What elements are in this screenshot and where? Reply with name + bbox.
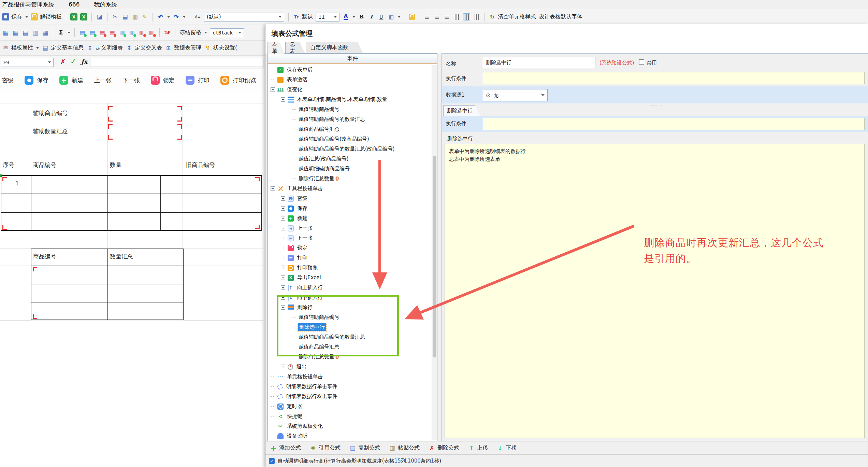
tree-item-3[interactable]: −本表单.明细.商品编号,本表单.明细.数量 <box>268 95 432 104</box>
color-select[interactable]: clBlack <box>210 28 244 37</box>
tree-item-32[interactable]: 明细表数据行单击事件 <box>268 382 432 392</box>
tree-item-8[interactable]: 赋值辅助商品编号的数量汇总(改商品编号) <box>268 144 432 154</box>
tree-item-2[interactable]: −值变化 <box>268 85 432 95</box>
tree-item-20[interactable]: +打印预览 <box>268 263 432 273</box>
clear-cell-style-button[interactable]: 清空单元格样式 <box>489 13 536 20</box>
next-record-button[interactable]: 下一张 <box>122 76 140 84</box>
tab-自定义脚本函数[interactable]: 自定义脚本函数 <box>306 42 363 53</box>
security-level-button[interactable]: 密级 <box>2 76 14 84</box>
spreadsheet[interactable]: 辅助商品编号 辅助数量汇总 序号 商品编号 数量 旧商品编号 1 商品编号 数量… <box>0 91 266 467</box>
function-icon[interactable]: ƒx <box>81 58 87 65</box>
splitter-dots[interactable]: ······· <box>647 102 663 108</box>
undo-button[interactable] <box>157 13 170 20</box>
font-size-select[interactable]: 11 <box>316 13 339 22</box>
export-excel-button[interactable] <box>80 13 87 20</box>
paste-button[interactable] <box>131 13 139 20</box>
format-painter-button[interactable] <box>141 13 148 20</box>
disable-checkbox[interactable] <box>639 59 644 65</box>
move-down-button[interactable]: 下移 <box>497 444 517 452</box>
expand-icon[interactable]: + <box>281 275 285 280</box>
print-button[interactable]: 打印 <box>186 76 209 85</box>
move-up-button[interactable]: 上移 <box>468 444 488 452</box>
condition2-input[interactable] <box>483 118 865 130</box>
fill-color-button[interactable] <box>388 13 401 20</box>
tree-item-14[interactable]: +保存 <box>268 203 432 213</box>
delete-row-button[interactable] <box>138 29 145 36</box>
tree-item-5[interactable]: 赋值辅助商品编号的数量汇总 <box>268 114 432 124</box>
expand-icon[interactable]: + <box>281 246 285 250</box>
tree-item-11[interactable]: 删除行汇总数量0 <box>268 174 432 184</box>
align-left-button[interactable] <box>423 13 431 20</box>
merge-cell-button[interactable] <box>79 29 86 36</box>
number-format-button[interactable] <box>164 29 171 36</box>
collapse-icon[interactable]: − <box>271 186 275 191</box>
lock-cell-button[interactable] <box>409 14 415 20</box>
tree-item-4[interactable]: 赋值辅助商品编号 <box>268 104 432 114</box>
cut-button[interactable] <box>112 13 119 20</box>
tree-item-21[interactable]: +导出Excel <box>268 273 432 283</box>
cell-reference-combo[interactable]: F9 <box>1 58 54 67</box>
datasource-select[interactable]: ⊘ 无 <box>483 89 548 101</box>
insert-row-button[interactable] <box>118 29 126 36</box>
expand-icon[interactable]: + <box>281 365 285 369</box>
tree-item-30[interactable]: +退出 <box>268 362 432 372</box>
align-right-button[interactable] <box>443 13 450 20</box>
vertical-text-button-1[interactable] <box>453 13 460 20</box>
font-name-button[interactable]: 默认 <box>293 13 313 20</box>
expand-icon[interactable]: + <box>281 196 285 201</box>
delete-col-button[interactable] <box>148 29 155 36</box>
expand-icon[interactable]: + <box>281 266 285 270</box>
tree-item-0[interactable]: 保存表单后 <box>268 65 432 75</box>
define-basic-info-button[interactable]: 定义基本信息 <box>42 44 84 52</box>
expand-icon[interactable]: + <box>281 285 285 290</box>
tree-item-33[interactable]: 明细表数据行双击事件 <box>268 392 432 401</box>
layout-button-3[interactable] <box>22 29 29 36</box>
tree-item-1[interactable]: 表单激活 <box>268 75 432 85</box>
tree-item-10[interactable]: 赋值明细辅助商品编号 <box>268 164 432 174</box>
expand-icon[interactable]: + <box>281 206 285 211</box>
tree-item-16[interactable]: +上一张 <box>268 223 432 233</box>
expand-icon[interactable]: + <box>281 236 285 240</box>
cancel-icon[interactable]: ✗ <box>60 58 66 66</box>
underline-button[interactable] <box>378 13 385 20</box>
auto-row-height-checkbox[interactable] <box>269 458 275 464</box>
redo-button[interactable] <box>173 13 186 20</box>
copy-formula-button[interactable]: 复制公式 <box>349 444 380 452</box>
clear-cell-button[interactable] <box>99 29 106 36</box>
align-center-button[interactable] <box>433 13 440 20</box>
tree-item-35[interactable]: 快捷键 <box>268 411 432 421</box>
menu-item-0[interactable]: 产品报价与管理系统 <box>2 1 54 9</box>
bold-button[interactable] <box>358 13 365 20</box>
detail-table[interactable] <box>1 175 262 231</box>
data-table-manage-button[interactable]: 数据表管理 <box>165 44 201 52</box>
delete-cell-button[interactable] <box>108 29 116 36</box>
status-setting-button[interactable]: 状态设置( <box>204 44 237 52</box>
tree-item-19[interactable]: +打印 <box>268 253 432 263</box>
vertical-text-button-3[interactable] <box>473 13 480 20</box>
cell-style-button[interactable] <box>194 13 201 20</box>
collapse-icon[interactable]: − <box>271 87 275 92</box>
tree-item-37[interactable]: 设备监听 <box>268 431 432 441</box>
import-excel-button[interactable] <box>70 13 77 20</box>
lock-record-button[interactable]: 锁定 <box>151 76 175 85</box>
layout-button-4[interactable] <box>32 29 39 36</box>
copy-button[interactable] <box>121 13 129 20</box>
menu-item-1[interactable]: 666 <box>69 1 79 8</box>
save-button[interactable]: 保存 <box>2 13 28 20</box>
freeze-panes-button[interactable]: 冻结窗格 <box>179 29 207 36</box>
define-cross-table-button[interactable]: 定义交叉表 <box>126 44 162 52</box>
layout-button-2[interactable] <box>12 29 19 36</box>
prev-record-button[interactable]: 上一张 <box>94 76 112 84</box>
tree-item-13[interactable]: +密级 <box>268 194 432 203</box>
confirm-icon[interactable]: ✓ <box>70 57 76 66</box>
tree-item-6[interactable]: 赋值商品编号汇总 <box>268 124 432 134</box>
tree-item-34[interactable]: 定时器 <box>268 401 432 411</box>
tree-scrollbar[interactable] <box>432 65 437 440</box>
expand-icon[interactable]: + <box>281 216 285 221</box>
font-color-button[interactable] <box>342 13 355 20</box>
tree-item-7[interactable]: 赋值辅助商品编号(改商品编号) <box>268 134 432 144</box>
scrollbar-thumb[interactable] <box>433 156 436 357</box>
formula-subtab[interactable]: 删除选中行 <box>443 105 480 116</box>
tree-item-36[interactable]: 系统剪贴板变化 <box>268 421 432 431</box>
expand-icon[interactable]: + <box>281 226 285 230</box>
